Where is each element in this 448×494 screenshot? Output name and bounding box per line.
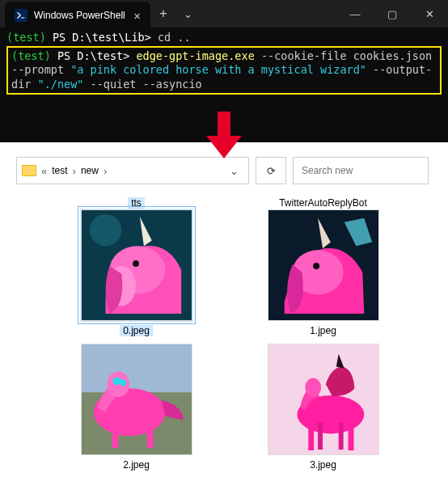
refresh-button[interactable]: ⟳ <box>256 157 286 184</box>
svg-rect-19 <box>348 420 353 450</box>
crumb-test[interactable]: test <box>50 163 69 178</box>
powershell-icon <box>15 9 27 22</box>
thumbnail-0 <box>81 209 192 321</box>
svg-rect-21 <box>338 423 343 450</box>
file-name: 3.jpeg <box>310 459 336 471</box>
crumb-new[interactable]: new <box>79 163 100 178</box>
file-name: 2.jpeg <box>123 459 150 471</box>
new-tab-button[interactable]: + <box>150 0 176 27</box>
svg-rect-11 <box>112 416 118 448</box>
file-name: 1.jpeg <box>310 325 336 336</box>
exe-name: edge-gpt-image.exe <box>129 49 254 62</box>
svg-rect-20 <box>318 423 323 450</box>
window-close-button[interactable]: ✕ <box>411 0 448 27</box>
svg-point-22 <box>305 378 321 397</box>
svg-rect-12 <box>146 416 153 448</box>
minimize-button[interactable]: — <box>336 0 374 27</box>
file-item-3[interactable]: 3.jpeg <box>242 338 404 472</box>
svg-rect-18 <box>308 420 314 450</box>
chevron-down-icon[interactable]: ⌄ <box>224 165 243 177</box>
env-name: (test) <box>11 49 51 62</box>
tab-powershell[interactable]: Windows PowerShell × <box>5 2 150 29</box>
file-item-2[interactable]: 2.jpeg <box>55 338 218 472</box>
folder-icon <box>22 165 36 176</box>
breadcrumb[interactable]: « test › new › ⌄ <box>16 157 249 184</box>
env-name: (test) <box>6 31 46 44</box>
svg-rect-8 <box>82 344 192 392</box>
folder-label: TwitterAutoReplyBot <box>279 197 367 209</box>
tab-title: Windows PowerShell <box>34 10 125 21</box>
window-controls: — ▢ ✕ <box>336 0 448 27</box>
maximize-button[interactable]: ▢ <box>374 0 411 27</box>
file-grid: tts 0.jpeg TwitterAutoReplyBot <box>16 184 429 472</box>
prompt-string: "a pink colored horse with a mystical wi… <box>70 63 366 76</box>
tab-dropdown[interactable]: ⌄ <box>176 0 199 27</box>
search-input[interactable] <box>293 157 429 184</box>
folder-label: tts <box>128 197 145 209</box>
file-explorer: « test › new › ⌄ ⟳ tts <box>0 142 448 472</box>
arrow-down-icon <box>201 112 247 160</box>
thumbnail-2 <box>81 344 192 455</box>
svg-point-7 <box>313 263 319 269</box>
close-icon[interactable]: × <box>133 9 141 23</box>
svg-point-1 <box>89 214 120 246</box>
svg-point-14 <box>112 377 120 385</box>
explorer-toolbar: « test › new › ⌄ ⟳ <box>16 157 429 184</box>
titlebar: Windows PowerShell × + ⌄ — ▢ ✕ <box>0 0 448 27</box>
svg-point-15 <box>120 379 126 386</box>
file-name: 0.jpeg <box>120 325 153 336</box>
thumbnail-1 <box>268 209 379 321</box>
highlighted-command: (test) PS D:\test> edge-gpt-image.exe --… <box>6 46 442 95</box>
refresh-icon: ⟳ <box>267 165 276 177</box>
file-item-0[interactable]: tts 0.jpeg <box>55 189 218 338</box>
thumbnail-3 <box>268 344 379 455</box>
svg-point-4 <box>133 260 139 267</box>
file-item-1[interactable]: TwitterAutoReplyBot 1.jpeg <box>242 189 404 338</box>
terminal-output: (test) PS D:\test\Lib> cd .. (test) PS D… <box>0 27 448 98</box>
terminal-line-1: (test) PS D:\test\Lib> cd .. <box>6 31 442 45</box>
